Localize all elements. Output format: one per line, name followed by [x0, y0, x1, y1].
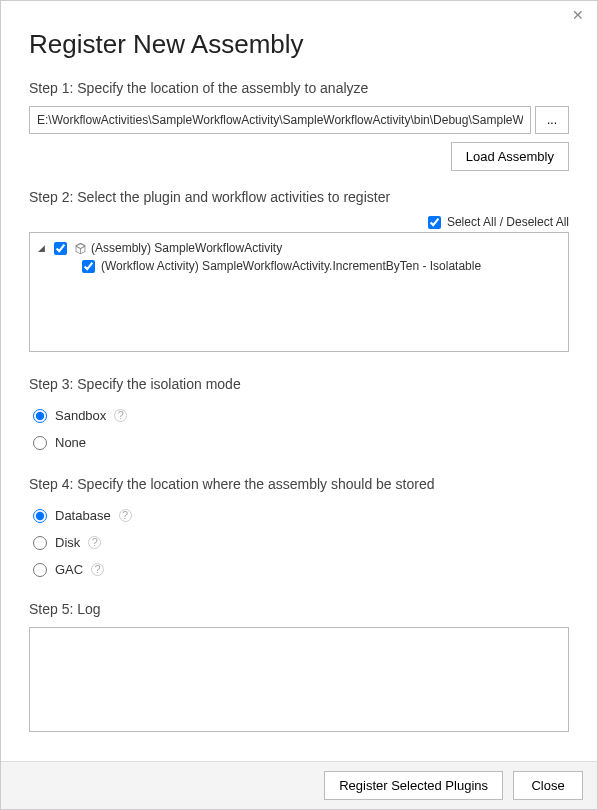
step3-label: Step 3: Specify the isolation mode	[29, 376, 569, 392]
location-database-label: Database	[55, 508, 111, 523]
location-disk-label: Disk	[55, 535, 80, 550]
activity-tree: ◢ (Assembly) SampleWorkflowActivity (Wor…	[29, 232, 569, 352]
isolation-none-label: None	[55, 435, 86, 450]
location-gac-label: GAC	[55, 562, 83, 577]
step1-label: Step 1: Specify the location of the asse…	[29, 80, 569, 96]
step5-label: Step 5: Log	[29, 601, 569, 617]
help-icon[interactable]: ?	[114, 409, 127, 422]
activity-checkbox[interactable]	[82, 260, 95, 273]
isolation-sandbox-radio[interactable]	[33, 409, 47, 423]
location-gac-radio[interactable]	[33, 563, 47, 577]
dialog-title: Register New Assembly	[29, 29, 569, 60]
step4-label: Step 4: Specify the location where the a…	[29, 476, 569, 492]
log-output	[29, 627, 569, 732]
assembly-checkbox[interactable]	[54, 242, 67, 255]
assembly-label: (Assembly) SampleWorkflowActivity	[91, 241, 282, 255]
load-assembly-button[interactable]: Load Assembly	[451, 142, 569, 171]
help-icon[interactable]: ?	[119, 509, 132, 522]
browse-button[interactable]: ...	[535, 106, 569, 134]
select-all-checkbox[interactable]	[428, 216, 441, 229]
register-plugins-button[interactable]: Register Selected Plugins	[324, 771, 503, 800]
tree-row-activity[interactable]: (Workflow Activity) SampleWorkflowActivi…	[34, 257, 564, 275]
tree-row-assembly[interactable]: ◢ (Assembly) SampleWorkflowActivity	[34, 239, 564, 257]
isolation-none-radio[interactable]	[33, 436, 47, 450]
close-icon[interactable]: ✕	[569, 7, 587, 23]
isolation-sandbox-label: Sandbox	[55, 408, 106, 423]
assembly-path-input[interactable]	[29, 106, 531, 134]
close-button[interactable]: Close	[513, 771, 583, 800]
select-all-label[interactable]: Select All / Deselect All	[428, 215, 569, 229]
help-icon[interactable]: ?	[91, 563, 104, 576]
help-icon[interactable]: ?	[88, 536, 101, 549]
assembly-icon	[73, 241, 87, 255]
step2-label: Step 2: Select the plugin and workflow a…	[29, 189, 569, 205]
expander-icon[interactable]: ◢	[38, 243, 48, 253]
location-database-radio[interactable]	[33, 509, 47, 523]
activity-label: (Workflow Activity) SampleWorkflowActivi…	[101, 259, 481, 273]
location-disk-radio[interactable]	[33, 536, 47, 550]
dialog-footer: Register Selected Plugins Close	[1, 761, 597, 809]
